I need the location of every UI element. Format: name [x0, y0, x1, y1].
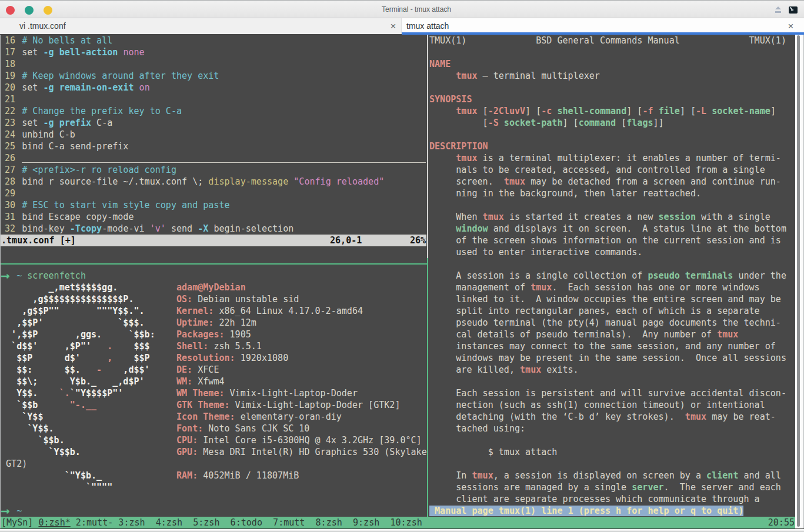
man-line: SYNOPSIS	[429, 93, 472, 105]
terminal-app-icon	[789, 6, 798, 14]
close-icon[interactable]: ×	[388, 22, 398, 32]
close-button[interactable]	[6, 6, 15, 15]
man-line: window and displays it on screen. A stat…	[429, 223, 786, 235]
tmux-status-bar: [MySn] 0:zsh* 2:mutt- 3:zsh 4:zsh 5:zsh …	[1, 517, 795, 528]
man-line: [-S socket-path] [command [flags]]	[429, 117, 664, 129]
tmux-pane-divider-vertical-active[interactable]	[427, 258, 428, 517]
vi-line: 30 # ESC to start vim style copy and pas…	[1, 199, 230, 211]
man-line: Manual page tmux(1) line 1 (press h for …	[429, 505, 743, 517]
titlebar[interactable]: Terminal - tmux attach	[0, 0, 804, 18]
shell-line: $$: $$. - ,d$$' DE: XFCE	[1, 364, 219, 376]
man-line: tmux is a terminal multiplexer: it enabl…	[429, 152, 781, 164]
shell-line: `Y$$ Icon Theme: elementary-oran-diy	[1, 411, 342, 423]
vi-line: 20 set -g remain-on-exit on	[1, 82, 150, 93]
scrollbar-thumb[interactable]	[797, 35, 800, 527]
shell-line: ',$$P ,ggs. `$$b: Packages: 1905	[1, 329, 251, 340]
window-border-bottom	[0, 528, 804, 532]
shade-icon[interactable]	[774, 6, 782, 14]
vi-line: 26	[1, 152, 22, 164]
man-line: tmux [-2CluvV] [-c shell-command] [-f fi…	[429, 105, 776, 117]
vi-line: 18	[1, 58, 22, 70]
man-line: nals to be created, accessed, and contro…	[429, 164, 765, 176]
man-line: Each session is persistent and will surv…	[429, 387, 786, 399]
shell-line: `d$$' ,$P"' . $$$ Shell: zsh 5.5.1	[1, 340, 262, 352]
tmux-window-6[interactable]: 6:todo	[231, 517, 262, 528]
vi-scroll-percent: 26%	[410, 235, 426, 246]
shell-line: ,g$$$$$$$$$$$$$$$P. OS: Debian unstable …	[1, 293, 299, 305]
man-line: of the screen shows information on the c…	[429, 235, 781, 246]
tmux-session-name: [MySn]	[1, 517, 38, 528]
tmux-window-list: [MySn] 0:zsh* 2:mutt- 3:zsh 4:zsh 5:zsh …	[1, 517, 422, 528]
tmux-window-10[interactable]: 10:zsh	[390, 517, 422, 528]
man-line: instances may connect to the same sessio…	[429, 340, 776, 352]
man-line: client are separate processes which comm…	[429, 493, 760, 505]
man-line: used to enter interactive commands.	[429, 246, 642, 258]
vi-line: 28 bind r source-file ~/.tmux.conf \; di…	[1, 176, 384, 188]
man-line: linked to it. A window occupies the enti…	[429, 293, 781, 305]
vi-line: 21	[1, 93, 22, 105]
shell-line: `Y$$. Font: Noto Sans CJK SC 10	[1, 423, 309, 434]
man-line: tached using:	[429, 423, 525, 434]
shell-line: GT2)	[1, 458, 27, 470]
tmux-window-9[interactable]: 9:zsh	[353, 517, 379, 528]
tmux-window-7[interactable]: 7:mutt	[273, 517, 305, 528]
man-line: In tmux, a session is displayed on scree…	[429, 470, 781, 481]
shell-line: ,g$$P"" """Y$$.". Kernel: x86_64 Linux 4…	[1, 305, 363, 317]
tmux-window-0[interactable]: 0:zsh*	[38, 517, 70, 528]
tab-bar: vi .tmux.conf × tmux attach ×	[0, 18, 804, 35]
tmux-window-5[interactable]: 5:zsh	[193, 517, 219, 528]
man-line: cal details of pseudo terminals). Any nu…	[429, 329, 738, 340]
man-line: detaching (with the ‘C-b d’ key strokes)…	[429, 411, 776, 423]
close-icon[interactable]: ×	[786, 22, 796, 32]
shell-line: `$$b. CPU: Intel Core i5-6300HQ @ 4x 3.2…	[1, 434, 422, 446]
vi-line: 25 bind C-a send-prefix	[1, 140, 128, 152]
man-line: TMUX(1) BSD General Commands Manual TMUX…	[429, 35, 786, 46]
tmux-window-4[interactable]: 4:zsh	[156, 517, 182, 528]
tmux-clock: 20:55	[768, 517, 795, 528]
shell-line: Y$$. `.`"Y$$$$P"' WM Theme: Vimix-Light-…	[1, 387, 358, 399]
minimize-button[interactable]	[25, 6, 34, 15]
man-line: A session is a single collection of pseu…	[429, 270, 786, 282]
shell-line: → ~	[1, 505, 22, 517]
man-line: tmux — terminal multiplexer	[429, 70, 600, 82]
vi-ruler: 26,0-1	[330, 235, 362, 246]
window-title: Terminal - tmux attach	[235, 1, 598, 18]
man-line: pseudo terminal (the pty(4) manual page …	[429, 317, 781, 329]
scrollbar[interactable]	[795, 35, 803, 528]
vi-line: 24 unbind C-b	[1, 129, 75, 140]
vi-line: 29	[1, 188, 22, 199]
shell-line: → ~ screenfetch	[1, 270, 86, 282]
man-line: NAME	[429, 58, 451, 70]
tab-vi-tmux-conf[interactable]: vi .tmux.conf ×	[0, 18, 402, 34]
man-line: nection (such as ssh(1) connection timeo…	[429, 399, 765, 411]
tab-label: tmux attach	[406, 18, 449, 34]
man-line: windows may be present in the same sessi…	[429, 352, 786, 364]
shell-line: `$$b "-.__ GTK Theme: Vimix-Light-Laptop…	[1, 399, 400, 411]
vi-line: 19 # Keep windows around after they exit	[1, 70, 219, 82]
tab-label: vi .tmux.conf	[19, 18, 66, 34]
man-line: management of tmux. Each session has one…	[429, 282, 760, 293]
man-line: ning in the background, then later reatt…	[429, 188, 701, 199]
vi-line: 27 # <prefix>-r ro reload config	[1, 164, 176, 176]
terminal-viewport[interactable]: 16 # No bells at all 17 set -g bell-acti…	[1, 35, 795, 528]
man-line: sessions are managed by a single server.…	[429, 481, 781, 493]
man-line: are killed, tmux exits.	[429, 364, 579, 376]
vi-cursorline-rule	[22, 162, 426, 163]
tmux-window-2[interactable]: 2:mutt-	[76, 517, 113, 528]
vi-line: 32 bind-key -Tcopy-mode-vi 'v' send -X b…	[1, 223, 293, 235]
shell-line: ,$$P' `$$$. Uptime: 22h 12m	[1, 317, 256, 329]
vi-line: 17 set -g bell-action none	[1, 46, 145, 58]
tmux-pane-divider-vertical[interactable]	[427, 35, 428, 258]
tmux-window-8[interactable]: 8:zsh	[316, 517, 342, 528]
shell-line: _,met$$$$$gg. adam@MyDebian	[1, 282, 246, 293]
man-line: When tmux is started it creates a new se…	[429, 211, 770, 223]
shell-line: $$\; Y$b._ _,d$P' WM: Xfwm4	[1, 376, 225, 387]
maximize-button[interactable]	[44, 6, 52, 15]
vi-statusline: .tmux.conf [+] 26,0-1 26%	[1, 235, 426, 246]
man-line: $ tmux attach	[429, 446, 557, 458]
tmux-pane-divider-horizontal[interactable]	[1, 263, 428, 265]
shell-line: $$P d$' , $$P Resolution: 1920x1080	[1, 352, 288, 364]
vi-line: 31 bind Escape copy-mode	[1, 211, 134, 223]
tmux-window-3[interactable]: 3:zsh	[118, 517, 145, 528]
shell-line: `"Y$b._ RAM: 4052MiB / 11807MiB	[1, 470, 299, 481]
